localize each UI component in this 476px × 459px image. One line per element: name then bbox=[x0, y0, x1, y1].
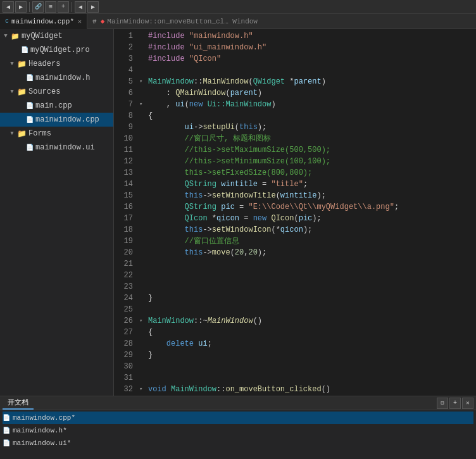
sidebar: ▼ 📁 myQWidget 📄 myQWidget.pro ▼ 📁 Header… bbox=[0, 29, 114, 396]
fold-arrow-icon bbox=[139, 42, 148, 53]
code-line-8: { bbox=[139, 110, 476, 122]
fold-arrow-icon bbox=[139, 281, 148, 292]
grid-button[interactable]: ⊞ bbox=[45, 1, 56, 13]
fold-arrow-icon bbox=[139, 110, 148, 122]
next-button[interactable]: ▶ bbox=[87, 1, 99, 13]
ui-file-icon: 📄 bbox=[26, 144, 34, 151]
sidebar-item-mainwindow-h[interactable]: 📄 mainwindow.h bbox=[0, 71, 113, 85]
code-line-22 bbox=[139, 270, 476, 281]
h-file-icon-bottom: 📄 bbox=[3, 427, 10, 434]
fold-arrow-icon[interactable]: ▾ bbox=[139, 99, 148, 110]
fold-arrow-icon bbox=[139, 304, 148, 315]
fold-arrow-icon bbox=[139, 236, 148, 247]
pro-file-label: myQWidget.pro bbox=[30, 46, 90, 54]
headers-arrow-icon: ▼ bbox=[9, 61, 15, 67]
sidebar-root-item[interactable]: ▼ 📁 myQWidget bbox=[0, 29, 113, 43]
fold-arrow-icon bbox=[139, 144, 148, 156]
code-line-23 bbox=[139, 281, 476, 292]
link-button[interactable]: 🔗 bbox=[32, 1, 44, 13]
code-line-2: #include "ui_mainwindow.h" bbox=[139, 42, 476, 53]
fold-arrow-icon bbox=[139, 179, 148, 190]
fold-arrow-icon bbox=[139, 167, 148, 179]
sources-label: Sources bbox=[28, 87, 60, 96]
sidebar-item-sources[interactable]: ▼ 📁 Sources bbox=[0, 85, 113, 99]
code-line-32: ▾void MainWindow::on_moveButton_clicked(… bbox=[139, 384, 476, 395]
code-line-12: //this->setMinimumSize(100,100); bbox=[139, 156, 476, 167]
project-label: myQWidget bbox=[22, 32, 63, 41]
code-line-28: delete ui; bbox=[139, 338, 476, 349]
sidebar-item-main-cpp[interactable]: 📄 main.cpp bbox=[0, 99, 113, 113]
sidebar-item-mainwindow-ui[interactable]: 📄 mainwindow.ui bbox=[0, 141, 113, 154]
fold-arrow-icon bbox=[139, 327, 148, 338]
fold-arrow-icon bbox=[139, 53, 148, 65]
add-button[interactable]: + bbox=[58, 1, 69, 13]
top-toolbar: ◀ ▶ 🔗 ⊞ + ◀ ▶ bbox=[0, 0, 476, 14]
fold-arrow-icon bbox=[139, 292, 148, 304]
fold-arrow-icon bbox=[139, 258, 148, 270]
mainwindow-h-label: mainwindow.h bbox=[35, 73, 90, 82]
code-line-30 bbox=[139, 361, 476, 372]
bottom-file-item-0[interactable]: 📄mainwindow.cpp* bbox=[3, 412, 473, 424]
forms-arrow-icon: ▼ bbox=[9, 130, 15, 137]
code-line-31 bbox=[139, 372, 476, 384]
fold-arrow-icon[interactable]: ▾ bbox=[139, 76, 148, 87]
bottom-file-item-2[interactable]: 📄mainwindow.ui* bbox=[3, 437, 473, 450]
pro-file-icon: 📄 bbox=[21, 46, 28, 54]
bottom-close-btn[interactable]: ✕ bbox=[462, 398, 473, 409]
bottom-panel: 开文档 ⊟ + ✕ 📄mainwindow.cpp*📄mainwindow.h*… bbox=[0, 396, 476, 459]
bottom-tab-open-docs[interactable]: 开文档 bbox=[3, 397, 34, 410]
prev-button[interactable]: ◀ bbox=[75, 1, 86, 13]
sources-arrow-icon: ▼ bbox=[9, 89, 15, 95]
back-button[interactable]: ◀ bbox=[3, 1, 14, 13]
bottom-file-item-1[interactable]: 📄mainwindow.h* bbox=[3, 424, 473, 437]
sidebar-item-pro[interactable]: 📄 myQWidget.pro bbox=[0, 43, 113, 57]
toolbar-separator-1 bbox=[29, 2, 30, 12]
tab-bar: c mainwindow.cpp* ✕ # ◆ MainWindow::on_m… bbox=[0, 14, 476, 29]
tab-mainwindow-cpp[interactable]: c mainwindow.cpp* ✕ bbox=[0, 14, 87, 29]
expand-arrow-icon: ▼ bbox=[3, 33, 9, 39]
sidebar-item-forms[interactable]: ▼ 📁 Forms bbox=[0, 127, 113, 141]
bottom-tabs: 开文档 ⊟ + ✕ bbox=[0, 396, 476, 410]
fold-arrow-icon[interactable]: ▾ bbox=[139, 315, 148, 327]
code-line-3: #include "QIcon" bbox=[139, 53, 476, 65]
code-line-17: QIcon *qicon = new QIcon(pic); bbox=[139, 213, 476, 224]
main-area: ▼ 📁 myQWidget 📄 myQWidget.pro ▼ 📁 Header… bbox=[0, 29, 476, 396]
code-line-26: ▾MainWindow::~MainWindow() bbox=[139, 315, 476, 327]
tab-close-icon[interactable]: ✕ bbox=[78, 18, 82, 25]
mainwindow-ui-label: mainwindow.ui bbox=[35, 143, 95, 152]
diamond-icon: ◆ bbox=[101, 17, 105, 25]
code-content: 1234567891011121314151617181920212223242… bbox=[114, 29, 476, 396]
breadcrumb-text: MainWindow::on_moveButton_cl… Window bbox=[107, 18, 258, 25]
tab-label-mainwindow-cpp: mainwindow.cpp* bbox=[11, 18, 74, 25]
sidebar-item-headers[interactable]: ▼ 📁 Headers bbox=[0, 57, 113, 71]
ui-file-icon-bottom: 📄 bbox=[3, 439, 10, 447]
code-line-7: ▾ , ui(new Ui::MainWindow) bbox=[139, 99, 476, 110]
fold-arrow-icon bbox=[139, 190, 148, 201]
fold-arrow-icon bbox=[139, 213, 148, 224]
sidebar-item-mainwindow-cpp[interactable]: 📄 mainwindow.cpp bbox=[0, 113, 113, 127]
code-line-14: QString wintitle = "title"; bbox=[139, 179, 476, 190]
forward-button[interactable]: ▶ bbox=[15, 1, 27, 13]
fold-arrow-icon bbox=[139, 361, 148, 372]
code-line-21 bbox=[139, 258, 476, 270]
cpp-icon-mw: 📄 bbox=[26, 116, 34, 123]
code-line-25 bbox=[139, 304, 476, 315]
bottom-toolbar-btn-1[interactable]: ⊟ bbox=[437, 398, 448, 409]
code-line-15: this->setWindowTitle(wintitle); bbox=[139, 190, 476, 201]
fold-arrow-icon bbox=[139, 201, 148, 213]
fold-arrow-icon bbox=[139, 224, 148, 236]
fold-arrow-icon bbox=[139, 133, 148, 144]
code-lines[interactable]: #include "mainwindow.h" #include "ui_mai… bbox=[137, 29, 476, 396]
line-numbers: 1234567891011121314151617181920212223242… bbox=[114, 29, 137, 396]
fold-arrow-icon bbox=[139, 156, 148, 167]
code-line-18: this->setWindowIcon(*qicon); bbox=[139, 224, 476, 236]
code-line-19: //窗口位置信息 bbox=[139, 236, 476, 247]
headers-folder-icon: 📁 bbox=[17, 60, 27, 69]
code-line-9: ui->setupUi(this); bbox=[139, 122, 476, 133]
bottom-content: 📄mainwindow.cpp*📄mainwindow.h*📄mainwindo… bbox=[0, 410, 476, 459]
code-line-27: { bbox=[139, 327, 476, 338]
breadcrumb-bar: # ◆ MainWindow::on_moveButton_cl… Window bbox=[87, 14, 476, 28]
fold-arrow-icon bbox=[139, 122, 148, 133]
bottom-toolbar-btn-2[interactable]: + bbox=[449, 398, 461, 409]
fold-arrow-icon[interactable]: ▾ bbox=[139, 384, 148, 395]
